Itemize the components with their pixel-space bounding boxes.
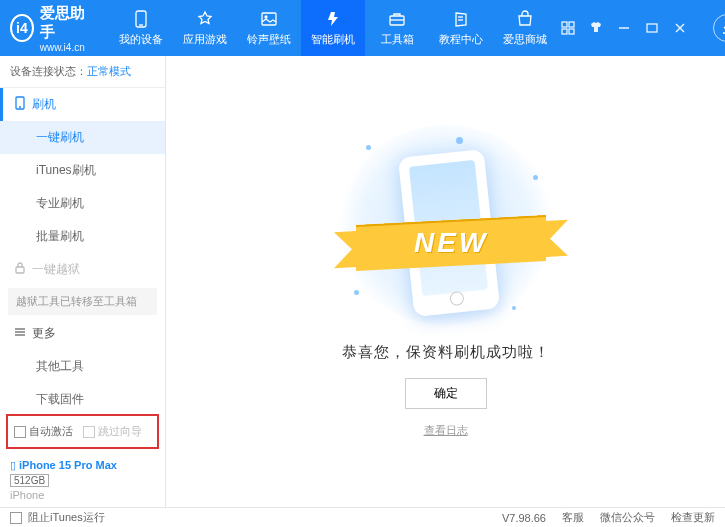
svg-rect-19 <box>16 267 24 273</box>
app-logo: i4 爱思助手 www.i4.cn <box>10 4 89 53</box>
footer-link-update[interactable]: 检查更新 <box>671 510 715 525</box>
menu-icon[interactable] <box>557 17 579 39</box>
svg-rect-11 <box>569 29 574 34</box>
svg-rect-2 <box>262 13 276 25</box>
lock-icon <box>14 262 26 277</box>
svg-rect-9 <box>569 22 574 27</box>
maximize-icon[interactable] <box>641 17 663 39</box>
nav-icon <box>131 9 151 29</box>
titlebar: i4 爱思助手 www.i4.cn 我的设备应用游戏铃声壁纸智能刷机工具箱教程中… <box>0 0 725 56</box>
sidebar-item[interactable]: iTunes刷机 <box>0 154 165 187</box>
app-url: www.i4.cn <box>40 42 89 53</box>
nav-0[interactable]: 我的设备 <box>109 0 173 56</box>
svg-point-3 <box>265 16 267 18</box>
svg-rect-8 <box>562 22 567 27</box>
nav-2[interactable]: 铃声壁纸 <box>237 0 301 56</box>
footer-link-wechat[interactable]: 微信公众号 <box>600 510 655 525</box>
svg-rect-10 <box>562 29 567 34</box>
auto-activate-checkbox[interactable]: 自动激活 <box>14 424 73 439</box>
block-itunes-checkbox[interactable]: 阻止iTunes运行 <box>10 510 105 525</box>
sidebar-item[interactable]: 下载固件 <box>0 383 165 410</box>
phone-icon <box>14 96 26 113</box>
main-content: NEW 恭喜您，保资料刷机成功啦！ 确定 查看日志 <box>166 56 725 507</box>
sidebar-item[interactable]: 其他工具 <box>0 350 165 383</box>
nav-icon <box>259 9 279 29</box>
nav-icon <box>387 9 407 29</box>
device-info[interactable]: ▯ iPhone 15 Pro Max 512GB iPhone <box>0 453 165 507</box>
footer-link-support[interactable]: 客服 <box>562 510 584 525</box>
skin-icon[interactable] <box>585 17 607 39</box>
sidebar-item[interactable]: 一键刷机 <box>0 121 165 154</box>
section-more[interactable]: 更多 <box>0 317 165 350</box>
footer: 阻止iTunes运行 V7.98.66 客服 微信公众号 检查更新 <box>0 507 725 527</box>
nav-icon <box>515 9 535 29</box>
sidebar-item[interactable]: 批量刷机 <box>0 220 165 253</box>
close-icon[interactable] <box>669 17 691 39</box>
jailbreak-note: 越狱工具已转移至工具箱 <box>8 288 157 315</box>
section-flash[interactable]: 刷机 <box>0 88 165 121</box>
nav-icon <box>451 9 471 29</box>
nav-4[interactable]: 工具箱 <box>365 0 429 56</box>
options-row: 自动激活 跳过向导 <box>6 414 159 449</box>
sidebar-item[interactable]: 专业刷机 <box>0 187 165 220</box>
device-icon: ▯ <box>10 459 16 471</box>
version-label: V7.98.66 <box>502 512 546 524</box>
nav-3[interactable]: 智能刷机 <box>301 0 365 56</box>
section-jailbreak: 一键越狱 <box>0 253 165 286</box>
main-nav: 我的设备应用游戏铃声壁纸智能刷机工具箱教程中心爱思商城 <box>109 0 557 56</box>
app-name: 爱思助手 <box>40 4 89 42</box>
nav-icon <box>323 9 343 29</box>
success-illustration: NEW <box>336 125 556 325</box>
nav-6[interactable]: 爱思商城 <box>493 0 557 56</box>
nav-5[interactable]: 教程中心 <box>429 0 493 56</box>
download-button[interactable] <box>713 14 725 42</box>
minimize-icon[interactable] <box>613 17 635 39</box>
success-message: 恭喜您，保资料刷机成功啦！ <box>342 343 550 362</box>
connection-status: 设备连接状态：正常模式 <box>0 56 165 88</box>
svg-rect-13 <box>647 24 657 32</box>
sidebar: 设备连接状态：正常模式 刷机 一键刷机iTunes刷机专业刷机批量刷机 一键越狱… <box>0 56 166 507</box>
ok-button[interactable]: 确定 <box>405 378 487 409</box>
logo-icon: i4 <box>10 14 34 42</box>
nav-1[interactable]: 应用游戏 <box>173 0 237 56</box>
nav-icon <box>195 9 215 29</box>
view-log-link[interactable]: 查看日志 <box>424 423 468 438</box>
more-icon <box>14 326 26 341</box>
skip-guide-checkbox[interactable]: 跳过向导 <box>83 424 142 439</box>
